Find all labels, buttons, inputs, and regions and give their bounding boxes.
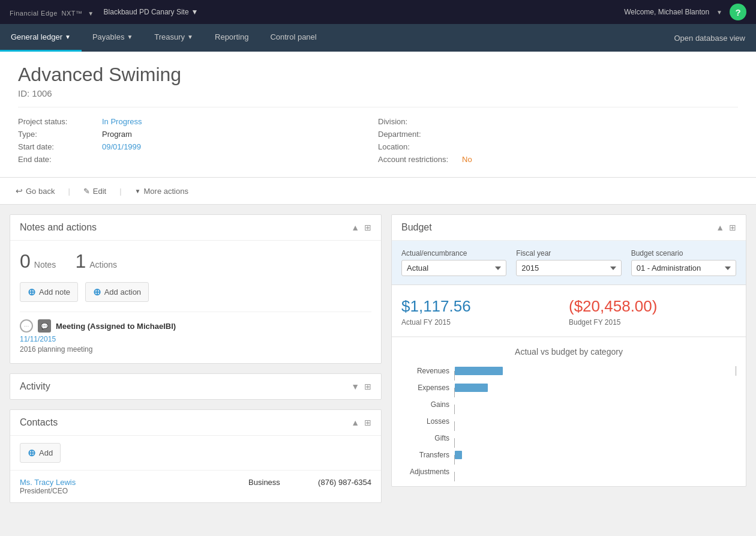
stats-row: 0 Notes 1 Actions [20,250,371,273]
contact-phone: (876) 987-6354 [318,478,371,487]
actual-amount-value: $1,117.56 [401,297,569,316]
meta-row-type: Type: Program [18,130,378,139]
scenario-filter-select[interactable]: 01 - Administration 02 - Operations [631,260,736,276]
edit-button[interactable]: ✎ Edit [80,184,110,198]
notes-actions-body: 0 Notes 1 Actions ⊕ Add note ⊕ A [10,241,381,363]
chart-baseline [454,405,455,414]
actual-filter-select[interactable]: Actual Encumbrance Both [401,260,506,276]
add-note-label: Add note [39,288,70,297]
chart-baseline [454,438,455,448]
meeting-menu-icon[interactable]: ··· [20,319,33,333]
nav-label-payables: Payables [92,32,124,41]
scenario-filter-label: Budget scenario [631,249,736,257]
contacts-panel-header: Contacts ▲ ⊞ [10,410,381,436]
edit-label: Edit [93,187,106,196]
chart-rows: RevenuesExpensesGainsLossesGiftsTransfer… [401,366,736,477]
contact-info: Ms. Tracy Lewis President/CEO [20,478,239,495]
actions-label: Actions [89,260,117,270]
brand-dropdown-icon[interactable]: ▼ [88,10,94,17]
meta-left: Project status: In Progress Type: Progra… [18,117,378,167]
chart-bar [455,451,462,459]
meeting-description: 2016 planning meeting [20,345,371,354]
budget-amounts: $1,117.56 Actual FY 2015 ($20,458.00) Bu… [392,285,746,337]
help-button[interactable]: ? [730,4,746,20]
chart-row-label: Gifts [401,434,449,442]
meeting-title: Meeting (Assigned to MichaelBl) [56,322,176,331]
contacts-grid-icon[interactable]: ⊞ [364,418,371,427]
activity-collapse-icon[interactable]: ▼ [351,382,359,391]
budget-amount-label: Budget FY 2015 [569,318,736,327]
go-back-button[interactable]: ↩ Go back [12,184,58,198]
nav-item-payables[interactable]: Payables ▼ [82,24,143,52]
budget-filters: Actual/encumbrance Actual Encumbrance Bo… [392,241,746,285]
contacts-controls: ▲ ⊞ [351,418,371,427]
meta-label-department: Department: [378,130,462,139]
action-bar: ↩ Go back | ✎ Edit | ▼ More actions [0,178,756,205]
meta-value-type: Program [102,130,132,139]
fiscal-filter-select[interactable]: 2013 2014 2015 2016 [516,260,621,276]
notes-actions-collapse-icon[interactable]: ▲ [351,223,359,232]
meeting-item: ··· 💬 Meeting (Assigned to MichaelBl) 11… [20,312,371,354]
nav-dropdown-icon-treasury: ▼ [187,34,193,40]
add-note-plus-icon: ⊕ [28,286,35,298]
site-selector[interactable]: Blackbaud PD Canary Site ▼ [104,8,199,16]
action-divider-1: | [68,187,70,196]
chart-row: Gifts [401,433,736,443]
page-meta: Project status: In Progress Type: Progra… [18,117,738,167]
contacts-collapse-icon[interactable]: ▲ [351,418,359,427]
open-database-view-button[interactable]: Open database view [663,24,756,52]
actions-stat: 1 Actions [75,250,117,273]
meta-label-account-restrictions: Account restrictions: [378,155,462,164]
meta-row-end-date: End date: [18,155,378,164]
brand-name: Financial Edge [10,10,58,17]
brand-logo[interactable]: Financial Edge NXT™ ▼ [10,7,94,17]
activity-panel: Activity ▼ ⊞ [10,373,382,400]
contacts-panel: Contacts ▲ ⊞ ⊕ Add Ms. Tracy Lewis Presi… [10,409,382,503]
actual-filter-group: Actual/encumbrance Actual Encumbrance Bo… [401,249,506,276]
meta-row-division: Division: [378,117,738,126]
meta-value-status: In Progress [102,117,142,126]
activity-grid-icon[interactable]: ⊞ [364,382,371,391]
add-contact-button[interactable]: ⊕ Add [20,443,61,463]
nav-item-control-panel[interactable]: Control panel [259,24,327,52]
nav-item-reporting[interactable]: Reporting [204,24,259,52]
meeting-chat-icon: 💬 [38,319,51,333]
page-id: ID: 1006 [18,88,738,98]
chart-baseline [454,371,455,381]
notes-actions-grid-icon[interactable]: ⊞ [364,223,371,232]
add-action-button[interactable]: ⊕ Add action [85,282,149,302]
page-header: Advanced Swiming ID: 1006 Project status… [0,52,756,178]
add-action-label: Add action [104,288,141,297]
welcome-dropdown-icon[interactable]: ▼ [716,9,722,16]
chart-baseline [454,421,455,431]
meta-label-type: Type: [18,130,102,139]
meeting-icons: ··· 💬 Meeting (Assigned to MichaelBl) [20,319,371,333]
notes-actions-panel: Notes and actions ▲ ⊞ 0 Notes 1 Actions [10,214,382,364]
fiscal-filter-group: Fiscal year 2013 2014 2015 2016 [516,249,621,276]
nav-bar: General ledger ▼ Payables ▼ Treasury ▼ R… [0,24,756,52]
fiscal-filter-label: Fiscal year [516,249,621,257]
nav-item-treasury[interactable]: Treasury ▼ [143,24,204,52]
budget-amount: ($20,458.00) Budget FY 2015 [569,297,736,327]
meta-right: Division: Department: Location: Account … [378,117,738,167]
chart-bar-area [454,366,736,376]
nav-label-reporting: Reporting [215,32,248,41]
budget-controls: ▲ ⊞ [716,223,736,232]
actual-amount: $1,117.56 Actual FY 2015 [401,297,569,327]
meta-row-status: Project status: In Progress [18,117,378,126]
chart-bar-area [454,467,736,477]
add-note-button[interactable]: ⊕ Add note [20,282,78,302]
more-actions-button[interactable]: ▼ More actions [131,184,192,198]
add-contact-plus-icon: ⊕ [28,447,35,459]
notes-actions-title: Notes and actions [20,222,97,233]
meta-label-location: Location: [378,142,462,151]
chart-row: Transfers [401,450,736,460]
nav-label-treasury: Treasury [154,32,185,41]
budget-collapse-icon[interactable]: ▲ [716,223,724,232]
chart-area: Actual vs budget by category RevenuesExp… [392,337,746,486]
chart-bar [455,384,488,392]
chart-row: Losses [401,417,736,426]
contact-name[interactable]: Ms. Tracy Lewis [20,478,239,487]
nav-item-general-ledger[interactable]: General ledger ▼ [0,24,82,52]
budget-grid-icon[interactable]: ⊞ [729,223,736,232]
